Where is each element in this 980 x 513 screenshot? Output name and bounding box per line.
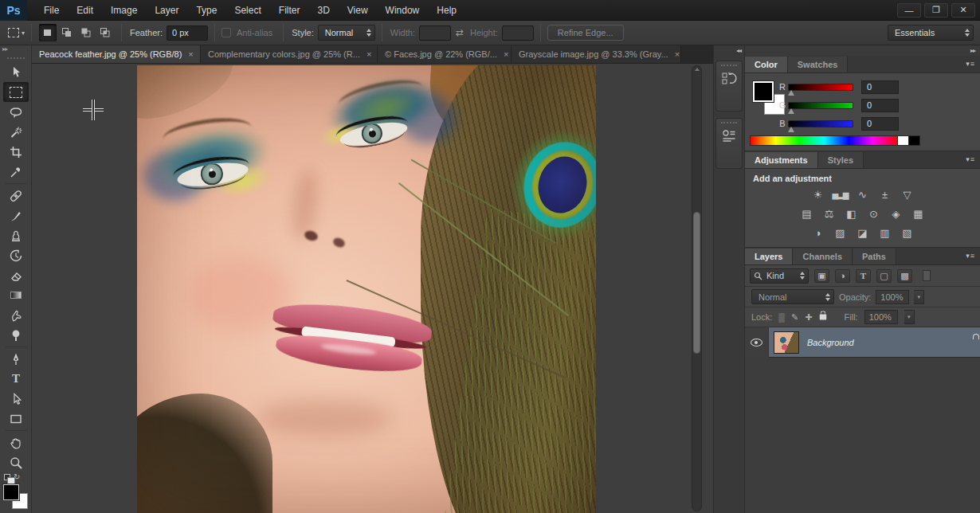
history-panel-button[interactable] — [715, 61, 743, 112]
toolbar-grip[interactable] — [7, 57, 25, 59]
canvas-vertical-scrollbar[interactable] — [692, 65, 702, 511]
posterize-icon[interactable]: ▨ — [833, 225, 848, 240]
lock-transparency-icon[interactable]: ▒ — [778, 312, 785, 322]
tab-channels[interactable]: Channels — [793, 249, 853, 264]
menu-layer[interactable]: Layer — [146, 1, 187, 20]
zoom-tool[interactable] — [0, 452, 32, 472]
color-spectrum-ramp[interactable] — [750, 135, 920, 146]
green-value-input[interactable]: 0 — [861, 99, 899, 112]
panel-menu-icon[interactable]: ▾≡ — [966, 60, 975, 68]
menu-type[interactable]: Type — [187, 1, 225, 20]
opacity-dropdown-arrow[interactable]: ▾ — [914, 290, 924, 304]
filter-toggle-switch[interactable] — [923, 270, 931, 281]
height-input[interactable] — [502, 25, 534, 41]
foreground-color-swatch[interactable] — [3, 484, 19, 500]
menu-filter[interactable]: Filter — [270, 1, 309, 20]
pasteboard[interactable] — [32, 64, 713, 513]
eraser-tool[interactable] — [0, 265, 32, 285]
tab-close-icon[interactable]: × — [504, 49, 508, 59]
anti-alias-checkbox[interactable] — [221, 28, 231, 37]
lock-image-icon[interactable]: ✎ — [791, 312, 798, 323]
opacity-input[interactable]: 100% — [876, 290, 909, 304]
spectrum-gradient[interactable] — [750, 135, 898, 146]
black-white-icon[interactable]: ◧ — [844, 206, 859, 221]
panels-collapse-icon[interactable]: ▸▸ — [745, 45, 980, 56]
gradient-tool[interactable] — [0, 285, 32, 305]
tab-paths[interactable]: Paths — [853, 249, 896, 264]
refine-edge-button[interactable]: Refine Edge... — [547, 25, 624, 41]
menu-window[interactable]: Window — [377, 1, 429, 20]
menu-edit[interactable]: Edit — [68, 1, 102, 20]
lock-all-icon[interactable] — [819, 315, 826, 320]
move-tool[interactable] — [0, 62, 32, 82]
workspace-switcher[interactable]: Essentials — [888, 25, 974, 41]
eyedropper-tool[interactable] — [0, 162, 32, 182]
doc-tab-peacock[interactable]: Peacock feather.jpg @ 25% (RGB/8) × — [32, 45, 201, 63]
vibrance-icon[interactable]: ▽ — [900, 187, 915, 202]
white-swatch[interactable] — [898, 135, 909, 146]
restore-icon[interactable]: ❐ — [924, 3, 948, 18]
swap-dimensions-icon[interactable]: ⇄ — [456, 27, 464, 38]
menu-3d[interactable]: 3D — [308, 1, 338, 20]
tab-close-icon[interactable]: × — [675, 49, 680, 59]
red-slider[interactable] — [788, 84, 853, 91]
threshold-icon[interactable]: ◪ — [855, 225, 870, 240]
levels-icon[interactable]: ▅▂▆ — [833, 187, 848, 202]
brightness-contrast-icon[interactable]: ☀ — [810, 187, 825, 202]
menu-file[interactable]: File — [35, 1, 68, 20]
close-icon[interactable]: ✕ — [951, 3, 975, 18]
layer-thumbnail[interactable] — [774, 331, 799, 354]
invert-icon[interactable]: ◑ — [810, 225, 825, 240]
properties-panel-button[interactable] — [715, 118, 743, 169]
tab-swatches[interactable]: Swatches — [788, 57, 849, 72]
blue-value-input[interactable]: 0 — [861, 117, 899, 131]
photo-filter-icon[interactable]: ⊙ — [866, 206, 881, 221]
dock-collapse-icon[interactable]: ◂◂ — [714, 45, 744, 56]
filter-smart-objects-icon[interactable]: ▩ — [897, 269, 912, 283]
menu-view[interactable]: View — [339, 1, 377, 20]
brush-tool[interactable] — [0, 206, 32, 225]
menu-image[interactable]: Image — [102, 1, 146, 20]
panel-menu-icon[interactable]: ▾≡ — [966, 155, 975, 163]
gradient-map-icon[interactable]: ▥ — [877, 225, 892, 240]
dodge-tool[interactable] — [0, 325, 32, 345]
clone-stamp-tool[interactable] — [0, 225, 32, 245]
width-input[interactable] — [419, 25, 451, 41]
tool-preset-picker[interactable]: ▾ — [8, 28, 25, 37]
hand-tool[interactable] — [0, 433, 32, 452]
subtract-from-selection-button[interactable] — [77, 24, 95, 41]
lasso-tool[interactable] — [0, 102, 32, 122]
toolbar-collapse-icon[interactable]: ▸▸ — [0, 45, 31, 57]
fill-dropdown-arrow[interactable]: ▾ — [904, 310, 915, 324]
doc-tab-faces[interactable]: © Faces.jpg @ 22% (RGB/... × — [378, 45, 512, 63]
layers-empty-area[interactable] — [745, 358, 980, 513]
add-to-selection-button[interactable] — [58, 24, 76, 41]
quick-selection-tool[interactable] — [0, 122, 32, 142]
selective-color-icon[interactable]: ▧ — [900, 225, 915, 240]
scrollbar-thumb[interactable] — [693, 212, 700, 354]
filter-pixel-layers-icon[interactable]: ▣ — [814, 269, 829, 283]
color-lookup-icon[interactable]: ▦ — [911, 206, 926, 221]
rectangular-marquee-tool[interactable] — [3, 82, 29, 102]
slider-handle[interactable] — [788, 127, 794, 132]
feather-input[interactable]: 0 px — [167, 25, 208, 41]
menu-select[interactable]: Select — [225, 1, 269, 20]
slider-handle[interactable] — [788, 90, 794, 96]
visibility-toggle[interactable] — [745, 327, 769, 358]
doc-tab-complementary[interactable]: Complementary colors.jpg @ 25% (R... × — [201, 45, 378, 63]
minimize-icon[interactable]: — — [897, 3, 921, 18]
type-tool[interactable]: T — [0, 369, 32, 389]
default-colors-icon[interactable] — [4, 474, 10, 480]
green-slider[interactable] — [788, 102, 853, 109]
filter-kind-dropdown[interactable]: Kind — [750, 268, 809, 284]
intersect-selection-button[interactable] — [96, 24, 114, 41]
history-brush-tool[interactable] — [0, 245, 32, 265]
tab-close-icon[interactable]: × — [367, 49, 371, 59]
color-balance-icon[interactable]: ⚖ — [821, 206, 837, 221]
tab-close-icon[interactable]: × — [188, 49, 193, 59]
rectangle-tool[interactable] — [0, 409, 32, 429]
tab-adjustments[interactable]: Adjustments — [745, 152, 818, 168]
slider-handle[interactable] — [788, 108, 794, 114]
tab-layers[interactable]: Layers — [745, 249, 793, 264]
foreground-color-swatch[interactable] — [753, 81, 774, 102]
